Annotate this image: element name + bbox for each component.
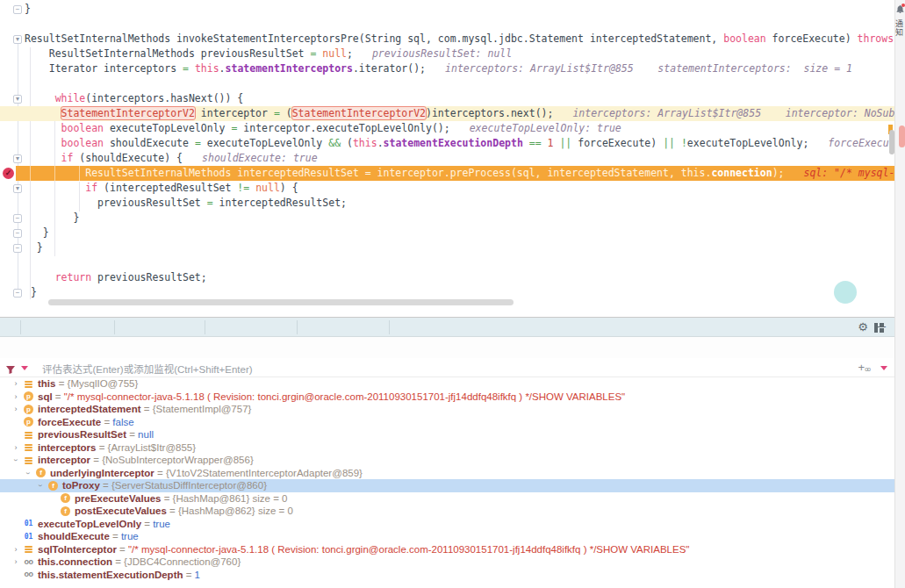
fold-expanded-icon[interactable]: ▾ — [13, 35, 22, 44]
fold-collapse-icon[interactable]: − — [13, 5, 22, 14]
code-text: StatementInterceptorV2 interceptor = (St… — [25, 106, 894, 121]
inline-debugger-hint: interceptors: ArrayList$Itr@855 statemen… — [445, 62, 852, 75]
collapse-chevron-icon[interactable]: › — [34, 481, 47, 490]
code-text: ResultSetInternalMethods previousResultS… — [25, 47, 512, 61]
variable-row-interceptedStatement[interactable]: ›pinterceptedStatement = {StatementImpl@… — [0, 403, 894, 416]
filter-icon[interactable] — [5, 362, 16, 373]
debug-toolbar-row — [0, 337, 894, 358]
evaluate-expression-bar[interactable]: 评估表达式(Enter)或添加监视(Ctrl+Shift+Enter) +oo — [0, 358, 894, 377]
tool-stripe-notifications-label[interactable]: 通知 — [895, 19, 905, 37]
local-variable-icon — [24, 430, 33, 440]
local-variable-icon — [24, 544, 33, 554]
variable-text: this.statementExecutionDepth = 1 — [38, 569, 200, 582]
collapse-chevron-icon[interactable]: › — [22, 469, 35, 477]
field-icon: f — [61, 493, 70, 503]
variable-row-this-statementExecutionDepth[interactable]: oothis.statementExecutionDepth = 1 — [0, 569, 894, 582]
code-line: ✓ ResultSetInternalMethods interceptedRe… — [0, 166, 894, 181]
code-editor[interactable]: −}▾ResultSetInternalMethods invokeStatem… — [0, 0, 894, 317]
variable-row-this[interactable]: ›this = {MysqlIO@755} — [0, 377, 894, 391]
code-text: Iterator interceptors = this.statementIn… — [25, 61, 852, 76]
fold-collapse-icon[interactable]: − — [13, 214, 22, 223]
code-line: ResultSetInternalMethods previousResultS… — [0, 47, 894, 61]
variable-text: sql = "/* mysql-connector-java-5.1.18 ( … — [38, 391, 625, 404]
variable-row-preExecuteValues[interactable]: fpreExecuteValues = {HashMap@861} size =… — [0, 492, 894, 506]
header-divider — [205, 320, 205, 334]
variable-row-sql[interactable]: ›psql = "/* mysql-connector-java-5.1.18 … — [0, 391, 894, 404]
variables-tree: ›this = {MysqlIO@755}›psql = "/* mysql-c… — [0, 377, 894, 588]
fold-expanded-icon[interactable]: ▾ — [13, 184, 22, 193]
code-text: while(interceptors.hasNext()) { — [25, 91, 243, 106]
inline-debugger-hint: sql: "/* mysql-conn — [804, 167, 895, 179]
code-line: boolean shouldExecute = executeTopLevelO… — [0, 136, 894, 151]
variable-row-postExecuteValues[interactable]: fpostExecuteValues = {HashMap@862} size … — [0, 505, 894, 518]
variable-row-this-connection[interactable]: ›oothis.connection = {JDBC4Connection@76… — [0, 556, 894, 569]
code-line: StatementInterceptorV2 interceptor = (St… — [0, 106, 894, 121]
code-text: } — [25, 226, 49, 240]
parameter-icon: p — [24, 417, 33, 427]
code-text: } — [25, 240, 43, 255]
variable-text: shouldExecute = true — [38, 530, 139, 543]
variable-row-underlyingInterceptor[interactable]: ›funderlyingInterceptor = {V1toV2Stateme… — [0, 467, 894, 480]
debug-panel-header[interactable] — [0, 318, 894, 337]
variable-row-forceExecute[interactable]: pforceExecute = false — [0, 416, 894, 429]
code-line: ▾ if (shouldExecute) {shouldExecute: tru… — [0, 151, 894, 166]
inline-debugger-hint: interceptors: ArrayList$Itr@855 intercep… — [572, 107, 894, 119]
variable-row-interceptors[interactable]: ›interceptors = {ArrayList$Itr@855} — [0, 441, 894, 455]
expand-chevron-icon[interactable]: › — [11, 543, 20, 556]
breakpoint-icon[interactable]: ✓ — [3, 168, 14, 179]
primitive-icon: 01 — [24, 532, 33, 541]
code-text: } — [25, 211, 79, 226]
fold-collapse-icon[interactable]: − — [13, 229, 22, 238]
fold-collapse-icon[interactable]: − — [13, 289, 22, 298]
code-line: − } — [0, 211, 894, 226]
variable-row-toProxy[interactable]: ›ftoProxy = {ServerStatusDiffInterceptor… — [0, 479, 894, 492]
code-line: return previousResultSet; — [0, 270, 894, 285]
variable-text: interceptor = {NoSubInterceptorWrapper@8… — [38, 454, 254, 467]
header-divider — [114, 320, 115, 334]
floating-badge[interactable] — [834, 281, 857, 304]
code-line: previousResultSet = interceptedResultSet… — [0, 196, 894, 211]
horizontal-scrollbar-thumb[interactable] — [48, 299, 514, 305]
filter-dropdown-caret[interactable] — [21, 366, 28, 370]
expand-chevron-icon[interactable]: › — [11, 377, 20, 391]
variable-row-executeTopLevelOnly[interactable]: 01executeTopLevelOnly = true — [0, 518, 894, 531]
code-text: if (shouldExecute) {shouldExecute: true — [25, 151, 318, 166]
code-lines: −}▾ResultSetInternalMethods invokeStatem… — [0, 2, 894, 300]
variable-row-previousResultSet[interactable]: previousResultSet = null — [0, 428, 894, 441]
fold-expanded-icon[interactable]: ▾ — [13, 154, 22, 163]
right-tool-stripe — [894, 0, 905, 588]
variable-row-sqlToInterceptor[interactable]: ›sqlToInterceptor = "/* mysql-connector-… — [0, 543, 894, 556]
field-icon: f — [61, 506, 70, 516]
code-line: boolean executeTopLevelOnly = intercepto… — [0, 121, 894, 136]
variable-text: forceExecute = false — [38, 416, 134, 429]
code-text: if (interceptedResultSet != null) { — [25, 181, 298, 196]
inline-debugger-hint: previousResultSet: null — [372, 47, 512, 60]
fold-expanded-icon[interactable]: ▾ — [13, 95, 22, 104]
fold-collapse-icon[interactable]: − — [13, 244, 22, 253]
collapse-chevron-icon[interactable]: › — [10, 455, 23, 464]
code-text: boolean shouldExecute = executeTopLevelO… — [25, 136, 894, 151]
code-line — [0, 76, 894, 91]
variable-text: this.connection = {JDBC4Connection@760} — [38, 556, 241, 569]
expand-chevron-icon[interactable]: › — [11, 391, 20, 404]
expand-chevron-icon[interactable]: › — [11, 403, 20, 416]
code-line: − } — [0, 285, 894, 300]
watch-dropdown-caret[interactable] — [880, 366, 887, 370]
code-text: ResultSetInternalMethods invokeStatement… — [25, 32, 894, 47]
indent-guide-on-exec — [54, 166, 55, 181]
gear-icon[interactable]: ⚙ — [858, 320, 868, 334]
inline-debugger-hint: shouldExecute: true — [202, 152, 318, 164]
expand-chevron-icon[interactable]: › — [11, 556, 20, 569]
variable-row-shouldExecute[interactable]: 01shouldExecute = true — [0, 530, 894, 543]
add-watch-icon[interactable]: +oo — [858, 361, 870, 374]
variable-text: underlyingInterceptor = {V1toV2Statement… — [50, 467, 363, 480]
code-line: −} — [0, 2, 894, 17]
code-line: ▾ResultSetInternalMethods invokeStatemen… — [0, 32, 894, 47]
layout-settings-icon[interactable] — [874, 323, 884, 333]
primitive-icon: 01 — [24, 519, 33, 528]
ide-window: −}▾ResultSetInternalMethods invokeStatem… — [0, 0, 905, 588]
code-text: return previousResultSet; — [25, 270, 207, 285]
expand-chevron-icon[interactable]: › — [11, 441, 20, 455]
evaluate-placeholder[interactable]: 评估表达式(Enter)或添加监视(Ctrl+Shift+Enter) — [42, 362, 253, 376]
variable-row-interceptor[interactable]: ›interceptor = {NoSubInterceptorWrapper@… — [0, 454, 894, 467]
